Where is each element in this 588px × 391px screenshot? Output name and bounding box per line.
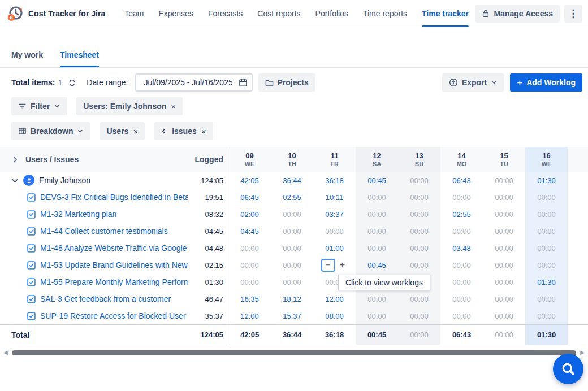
chevron-right-icon[interactable] — [11, 156, 19, 163]
day-number: 15 — [500, 151, 508, 160]
nav-item-cost-reports[interactable]: Cost reports — [257, 0, 300, 27]
refresh-icon[interactable] — [68, 79, 76, 87]
view-worklogs-button[interactable]: ☰ — [321, 259, 335, 272]
issue-link[interactable]: M1-48 Analyze Website Traffic via Google… — [40, 244, 188, 253]
day-column-header[interactable]: 12SA — [356, 147, 398, 172]
time-value: 00:00 — [537, 244, 556, 253]
export-button[interactable]: Export — [442, 73, 504, 92]
scroll-right-icon[interactable]: ▶ — [580, 350, 585, 355]
nav-item-forecasts[interactable]: Forecasts — [208, 0, 243, 27]
nav-item-team[interactable]: Team — [124, 0, 144, 27]
day-of-week: FR — [330, 160, 339, 167]
close-icon[interactable]: × — [171, 102, 176, 111]
chevron-down-icon — [491, 79, 498, 86]
time-value[interactable]: 42:05 — [240, 176, 259, 185]
time-cell: 00:00 — [525, 257, 568, 273]
chevron-left-icon[interactable] — [161, 128, 167, 134]
filter-button[interactable]: Filter — [11, 97, 67, 115]
total-time-value: 42:05 — [240, 331, 259, 339]
add-worklog-button[interactable]: + Add Worklog — [510, 73, 582, 92]
day-column-header[interactable]: 13SU — [398, 147, 440, 172]
time-value[interactable]: 08:00 — [325, 312, 344, 320]
nav-item-time-tracker[interactable]: Time tracker — [422, 0, 469, 27]
time-value[interactable]: 01:30 — [537, 278, 556, 286]
add-worklog-cell-button[interactable]: + — [337, 259, 348, 272]
time-cell: 08:00 — [313, 307, 356, 324]
day-column-header[interactable]: 16WE — [525, 147, 568, 172]
close-icon[interactable]: × — [201, 127, 206, 136]
table-header-row: Users / Issues Logged 09WE10TH11FR12SA13… — [0, 147, 588, 172]
time-value[interactable]: 04:45 — [240, 227, 259, 236]
close-icon[interactable]: × — [133, 127, 138, 136]
issue-name-cell: SAL-3 Get feedback from a customer — [0, 290, 188, 307]
time-cell: 00:00 — [483, 273, 525, 290]
day-column-header[interactable]: 11FR — [313, 147, 356, 172]
issue-link[interactable]: M1-44 Collect customer testimonials — [40, 227, 168, 236]
scrollbar-track[interactable] — [12, 350, 577, 355]
filter-chip-users[interactable]: Users: Emily Johnson × — [76, 97, 183, 115]
time-value[interactable]: 15:37 — [283, 312, 301, 320]
time-value[interactable]: 10:11 — [326, 193, 344, 202]
time-value[interactable]: 02:00 — [240, 210, 259, 219]
help-search-fab[interactable] — [553, 354, 583, 384]
date-range-input[interactable] — [135, 73, 253, 92]
time-value[interactable]: 02:55 — [452, 210, 471, 219]
time-value: 00:00 — [283, 244, 301, 253]
time-value[interactable]: 12:00 — [240, 312, 259, 320]
time-value: 00:00 — [452, 278, 471, 286]
day-column-header[interactable]: 10TH — [271, 147, 313, 172]
scroll-left-icon[interactable]: ◀ — [3, 350, 8, 355]
time-value[interactable]: 03:48 — [452, 244, 471, 253]
issue-link[interactable]: M1-53 Update Brand Guidelines with New V… — [40, 260, 188, 270]
day-of-week: MO — [457, 160, 467, 167]
time-cell: 00:00 — [525, 307, 568, 324]
chevron-down-icon[interactable] — [11, 177, 19, 184]
day-column-header[interactable]: 15TU — [483, 147, 525, 172]
calendar-icon[interactable] — [239, 78, 248, 87]
manage-access-button[interactable]: Manage Access — [475, 5, 560, 23]
logged-value: 46:47 — [188, 290, 228, 307]
chevron-down-icon — [54, 103, 60, 110]
day-column-header[interactable]: 14MO — [440, 147, 483, 172]
time-value[interactable]: 00:45 — [368, 176, 386, 185]
time-value: 00:00 — [410, 312, 429, 320]
scrollbar-thumb[interactable] — [12, 350, 577, 355]
breakdown-chip-issues[interactable]: Issues × — [154, 122, 213, 140]
logged-value: 04:45 — [188, 223, 228, 240]
time-value[interactable]: 06:43 — [452, 176, 471, 185]
time-value[interactable]: 18:12 — [283, 295, 301, 303]
issue-link[interactable]: M1-32 Marketing plan — [40, 210, 116, 219]
issue-link[interactable]: SUP-19 Restore Access for Blocked User — [40, 311, 186, 320]
breakdown-button[interactable]: Breakdown — [11, 122, 90, 140]
time-cell: 00:00 — [483, 189, 525, 206]
issue-link[interactable]: SAL-3 Get feedback from a customer — [40, 294, 171, 303]
time-value[interactable]: 01:30 — [537, 176, 556, 185]
nav-item-expenses[interactable]: Expenses — [158, 0, 193, 27]
time-value[interactable]: 02:55 — [283, 193, 301, 202]
time-value[interactable]: 36:18 — [325, 176, 344, 185]
day-column-header[interactable]: 09WE — [228, 147, 271, 172]
time-value: 00:00 — [452, 193, 471, 202]
time-value[interactable]: 06:45 — [240, 193, 259, 202]
day-number: 14 — [457, 151, 465, 160]
time-value[interactable]: 16:35 — [240, 295, 259, 303]
day-of-week: WE — [245, 160, 255, 167]
nav-item-portfolios[interactable]: Portfolios — [315, 0, 348, 27]
time-value[interactable]: 36:44 — [283, 176, 301, 185]
projects-button[interactable]: Projects — [258, 73, 315, 92]
breakdown-chip-users[interactable]: Users × — [100, 122, 145, 140]
time-cell: ☰+ — [313, 257, 356, 273]
issue-row: SUP-19 Restore Access for Blocked User35… — [0, 307, 588, 324]
issue-link[interactable]: M1-55 Prepare Monthly Marketing Performa… — [40, 277, 188, 286]
time-value[interactable]: 01:00 — [325, 244, 344, 253]
time-value[interactable]: 03:37 — [325, 210, 344, 219]
tab-my-work[interactable]: My work — [11, 50, 43, 67]
tab-timesheet[interactable]: Timesheet — [60, 50, 99, 67]
time-value[interactable]: 12:00 — [325, 295, 344, 303]
time-value[interactable]: 00:45 — [368, 261, 386, 270]
issue-link[interactable]: DEVS-3 Fix Critical Bugs Identified in B… — [40, 193, 188, 202]
total-time-value: 00:00 — [410, 331, 429, 339]
nav-item-time-reports[interactable]: Time reports — [363, 0, 407, 27]
kebab-menu-button[interactable]: ⋮ — [564, 5, 582, 23]
time-value: 00:00 — [537, 227, 556, 236]
